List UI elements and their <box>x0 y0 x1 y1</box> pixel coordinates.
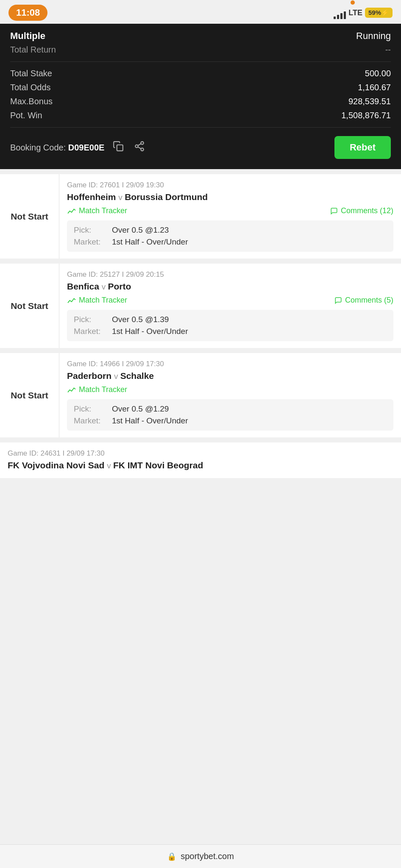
bet-status-2: Not Start <box>0 264 59 348</box>
lte-label: LTE <box>348 8 362 17</box>
tracker-row-3: Match Tracker <box>67 385 393 394</box>
game-id-1: Game ID: 27601 I 29/09 19:30 <box>67 181 393 189</box>
pick-row-1: Pick: Over 0.5 @1.23 <box>74 225 387 235</box>
bet-content-3: Game ID: 14966 I 29/09 17:30 Paderborn v… <box>59 353 401 437</box>
comments-link-2[interactable]: Comments (5) <box>334 296 393 305</box>
tracker-row-1: Match Tracker Comments (12) <box>67 206 393 215</box>
match-tracker-link-1[interactable]: Match Tracker <box>67 206 127 215</box>
max-bonus-value: 928,539.51 <box>348 97 391 106</box>
pick-row-2: Pick: Over 0.5 @1.39 <box>74 315 387 324</box>
bet-item-1: Not Start Game ID: 27601 I 29/09 19:30 H… <box>0 174 401 259</box>
total-stake-value: 500.00 <box>365 69 391 78</box>
pick-row-3: Pick: Over 0.5 @1.29 <box>74 404 387 414</box>
battery-indicator: 59%⚡ <box>365 8 393 18</box>
pick-market-box-2: Pick: Over 0.5 @1.39 Market: 1st Half - … <box>67 310 393 341</box>
bet-status: Running <box>356 31 391 42</box>
booking-row: Booking Code: D09E00E Rebet <box>10 136 391 159</box>
bet-content-1: Game ID: 27601 I 29/09 19:30 Hoffenheim … <box>59 174 401 259</box>
bet-status-1: Not Start <box>0 174 59 259</box>
bet-item-4: Game ID: 24631 I 29/09 17:30 FK Vojvodin… <box>0 442 401 478</box>
bet-status-3: Not Start <box>0 353 59 437</box>
svg-point-3 <box>141 148 144 151</box>
copy-button[interactable] <box>111 139 125 156</box>
status-time: 11:08 <box>8 5 47 21</box>
team-names-1: Hoffenheim v Borussia Dortmund <box>67 192 393 202</box>
bet-list: Not Start Game ID: 27601 I 29/09 19:30 H… <box>0 169 401 517</box>
bet-item-3: Not Start Game ID: 14966 I 29/09 17:30 P… <box>0 353 401 437</box>
team-names-4: FK Vojvodina Novi Sad v FK IMT Novi Beog… <box>8 460 393 470</box>
share-button[interactable] <box>132 139 147 156</box>
market-row-2: Market: 1st Half - Over/Under <box>74 327 387 336</box>
status-bar: 11:08 LTE 59%⚡ <box>0 0 401 24</box>
signal-bars <box>334 11 346 19</box>
pot-win-row: Pot. Win 1,508,876.71 <box>10 111 391 120</box>
svg-line-5 <box>138 144 141 145</box>
market-row-3: Market: 1st Half - Over/Under <box>74 416 387 426</box>
browser-bar: 🔒 sportybet.com <box>0 844 401 868</box>
tracker-row-2: Match Tracker Comments (5) <box>67 296 393 305</box>
svg-point-1 <box>141 142 144 145</box>
match-tracker-link-2[interactable]: Match Tracker <box>67 296 127 305</box>
total-return-row: Total Return -- <box>10 45 391 55</box>
pick-market-box-1: Pick: Over 0.5 @1.23 Market: 1st Half - … <box>67 220 393 252</box>
total-odds-row: Total Odds 1,160.67 <box>10 83 391 92</box>
svg-line-4 <box>138 147 141 149</box>
comments-link-1[interactable]: Comments (12) <box>330 206 393 215</box>
total-odds-label: Total Odds <box>10 83 51 92</box>
bet-item-2: Not Start Game ID: 25127 I 29/09 20:15 B… <box>0 264 401 348</box>
booking-code: D09E00E <box>68 143 105 152</box>
lock-icon: 🔒 <box>167 852 176 861</box>
pot-win-label: Pot. Win <box>10 111 42 120</box>
max-bonus-row: Max.Bonus 928,539.51 <box>10 97 391 106</box>
market-row-1: Market: 1st Half - Over/Under <box>74 237 387 247</box>
total-return-label: Total Return <box>10 45 56 55</box>
match-tracker-link-3[interactable]: Match Tracker <box>67 385 127 394</box>
top-section: Multiple Running Total Return -- Total S… <box>0 24 401 169</box>
booking-label: Booking Code: D09E00E <box>10 143 104 153</box>
svg-point-2 <box>136 145 139 148</box>
browser-url: sportybet.com <box>181 851 234 861</box>
bet-type: Multiple <box>10 31 45 42</box>
signal-dot <box>351 0 355 5</box>
bet-content-2: Game ID: 25127 I 29/09 20:15 Benfica v P… <box>59 264 401 348</box>
header-row: Multiple Running <box>10 31 391 42</box>
total-stake-label: Total Stake <box>10 69 52 78</box>
total-odds-value: 1,160.67 <box>358 83 391 92</box>
svg-rect-0 <box>117 145 123 151</box>
booking-left: Booking Code: D09E00E <box>10 139 147 156</box>
bet-content-4: Game ID: 24631 I 29/09 17:30 FK Vojvodin… <box>0 442 401 478</box>
divider-1 <box>10 61 391 62</box>
game-id-3: Game ID: 14966 I 29/09 17:30 <box>67 360 393 368</box>
game-id-2: Game ID: 25127 I 29/09 20:15 <box>67 270 393 279</box>
pick-market-box-3: Pick: Over 0.5 @1.29 Market: 1st Half - … <box>67 399 393 431</box>
game-id-4: Game ID: 24631 I 29/09 17:30 <box>8 449 393 458</box>
team-names-3: Paderborn v Schalke <box>67 371 393 381</box>
rebet-button[interactable]: Rebet <box>334 136 391 159</box>
total-stake-row: Total Stake 500.00 <box>10 69 391 78</box>
pot-win-value: 1,508,876.71 <box>341 111 391 120</box>
divider-2 <box>10 127 391 128</box>
total-return-value: -- <box>385 45 391 55</box>
status-right: LTE 59%⚡ <box>334 6 393 19</box>
max-bonus-label: Max.Bonus <box>10 97 53 106</box>
team-names-2: Benfica v Porto <box>67 281 393 292</box>
